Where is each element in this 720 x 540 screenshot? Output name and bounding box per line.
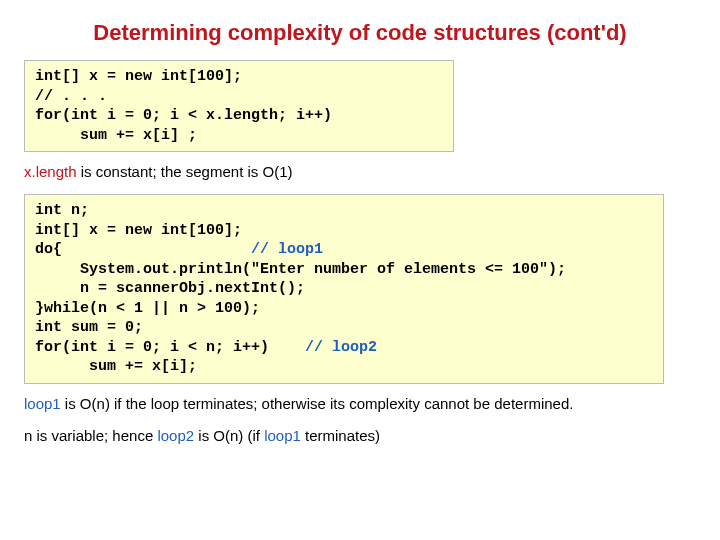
code-block-1: int[] x = new int[100]; // . . . for(int…: [24, 60, 454, 152]
code-line: n = scannerObj.nextInt();: [35, 280, 305, 297]
slide-title: Determining complexity of code structure…: [24, 20, 696, 46]
note-highlight: x.length: [24, 163, 77, 180]
note-2: loop1 is O(n) if the loop terminates; ot…: [24, 394, 696, 414]
code-line: int n;: [35, 202, 89, 219]
code-comment-loop1: // loop1: [251, 241, 323, 258]
note-text: is constant; the segment is O(1): [77, 163, 293, 180]
note-text: is O(n): [194, 427, 243, 444]
code-block-2: int n; int[] x = new int[100]; do{ // lo…: [24, 194, 664, 384]
note-3: n is variable; hence loop2 is O(n) (if l…: [24, 426, 696, 446]
code-line: // . . .: [35, 88, 107, 105]
note-loop-ref: loop2: [157, 427, 194, 444]
note-loop-ref: loop1: [264, 427, 301, 444]
code-line: int[] x = new int[100];: [35, 68, 242, 85]
code-lines-2: int n; int[] x = new int[100]; do{ // lo…: [35, 201, 653, 377]
note-text: terminates): [301, 427, 380, 444]
slide: Determining complexity of code structure…: [0, 0, 720, 540]
code-line: int[] x = new int[100];: [35, 222, 242, 239]
code-line: System.out.println("Enter number of elem…: [35, 261, 566, 278]
code-line: sum += x[i];: [35, 358, 197, 375]
code-line: for(int i = 0; i < x.length; i++): [35, 107, 332, 124]
code-line: for(int i = 0; i < n; i++): [35, 339, 305, 356]
code-line: }while(n < 1 || n > 100);: [35, 300, 260, 317]
code-lines-1: int[] x = new int[100]; // . . . for(int…: [35, 67, 443, 145]
note-text: is O(n) if the loop terminates; otherwis…: [61, 395, 574, 412]
code-comment-loop2: // loop2: [305, 339, 377, 356]
note-text: n is variable; hence: [24, 427, 157, 444]
note-1: x.length is constant; the segment is O(1…: [24, 162, 696, 182]
note-loop-ref: loop1: [24, 395, 61, 412]
code-line: do{: [35, 241, 251, 258]
code-line: sum += x[i] ;: [35, 127, 197, 144]
note-text: (if: [243, 427, 264, 444]
code-line: int sum = 0;: [35, 319, 143, 336]
